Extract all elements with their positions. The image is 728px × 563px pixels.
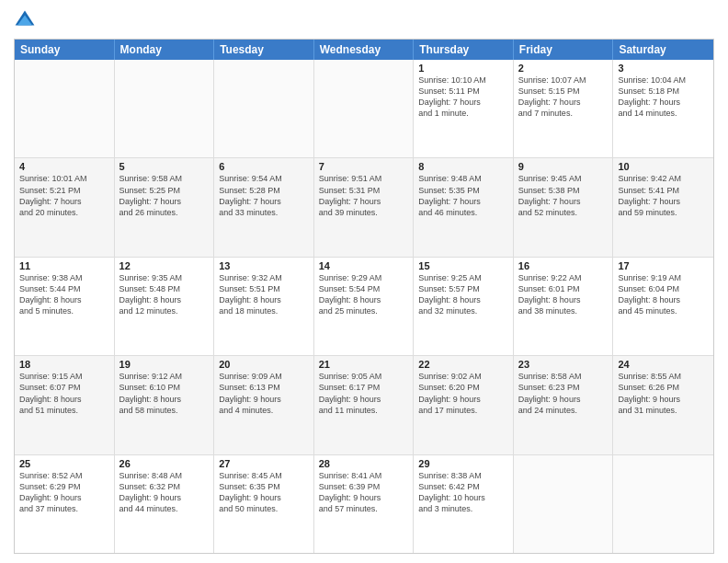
day-cell-21: 21Sunrise: 9:05 AM Sunset: 6:17 PM Dayli… [314, 356, 415, 454]
day-header-wednesday: Wednesday [314, 40, 415, 60]
day-info: Sunrise: 9:19 AM Sunset: 6:04 PM Dayligh… [618, 272, 709, 317]
empty-cell-0-1 [115, 60, 215, 157]
calendar-row-1: 4Sunrise: 10:01 AM Sunset: 5:21 PM Dayli… [15, 158, 713, 257]
day-cell-3: 3Sunrise: 10:04 AM Sunset: 5:18 PM Dayli… [613, 60, 713, 157]
day-number: 15 [418, 260, 508, 271]
day-number: 11 [19, 260, 109, 271]
day-number: 26 [119, 458, 210, 469]
day-cell-22: 22Sunrise: 9:02 AM Sunset: 6:20 PM Dayli… [414, 356, 514, 454]
day-number: 20 [219, 359, 309, 370]
day-info: Sunrise: 9:51 AM Sunset: 5:31 PM Dayligh… [319, 173, 409, 218]
empty-cell-0-3 [314, 60, 415, 157]
day-cell-28: 28Sunrise: 8:41 AM Sunset: 6:39 PM Dayli… [314, 455, 415, 553]
day-cell-24: 24Sunrise: 8:55 AM Sunset: 6:26 PM Dayli… [613, 356, 713, 454]
calendar-body: 1Sunrise: 10:10 AM Sunset: 5:11 PM Dayli… [15, 60, 713, 553]
day-info: Sunrise: 9:48 AM Sunset: 5:35 PM Dayligh… [418, 173, 508, 218]
day-info: Sunrise: 9:32 AM Sunset: 5:51 PM Dayligh… [219, 272, 309, 317]
day-number: 16 [518, 260, 609, 271]
day-header-tuesday: Tuesday [214, 40, 314, 60]
day-number: 8 [418, 161, 508, 172]
day-number: 22 [418, 359, 508, 370]
day-header-thursday: Thursday [414, 40, 514, 60]
day-info: Sunrise: 9:09 AM Sunset: 6:13 PM Dayligh… [219, 371, 309, 416]
day-info: Sunrise: 9:12 AM Sunset: 6:10 PM Dayligh… [119, 371, 210, 416]
day-cell-1: 1Sunrise: 10:10 AM Sunset: 5:11 PM Dayli… [414, 60, 514, 157]
day-number: 23 [518, 359, 609, 370]
day-number: 2 [518, 63, 609, 74]
day-info: Sunrise: 9:58 AM Sunset: 5:25 PM Dayligh… [119, 173, 210, 218]
day-number: 14 [319, 260, 409, 271]
calendar-row-3: 18Sunrise: 9:15 AM Sunset: 6:07 PM Dayli… [15, 356, 713, 454]
day-info: Sunrise: 8:41 AM Sunset: 6:39 PM Dayligh… [319, 470, 409, 515]
empty-cell-0-0 [15, 60, 115, 157]
day-info: Sunrise: 9:35 AM Sunset: 5:48 PM Dayligh… [119, 272, 210, 317]
page: SundayMondayTuesdayWednesdayThursdayFrid… [0, 0, 728, 563]
day-cell-18: 18Sunrise: 9:15 AM Sunset: 6:07 PM Dayli… [15, 356, 115, 454]
header [14, 9, 714, 31]
day-header-friday: Friday [514, 40, 614, 60]
day-cell-12: 12Sunrise: 9:35 AM Sunset: 5:48 PM Dayli… [115, 258, 215, 355]
day-info: Sunrise: 8:48 AM Sunset: 6:32 PM Dayligh… [119, 470, 210, 515]
day-info: Sunrise: 9:15 AM Sunset: 6:07 PM Dayligh… [19, 371, 109, 416]
day-number: 12 [119, 260, 210, 271]
day-info: Sunrise: 9:29 AM Sunset: 5:54 PM Dayligh… [319, 272, 409, 317]
day-info: Sunrise: 9:38 AM Sunset: 5:44 PM Dayligh… [19, 272, 109, 317]
day-number: 1 [418, 63, 508, 74]
day-info: Sunrise: 9:02 AM Sunset: 6:20 PM Dayligh… [418, 371, 508, 416]
day-number: 6 [219, 161, 309, 172]
day-cell-23: 23Sunrise: 8:58 AM Sunset: 6:23 PM Dayli… [514, 356, 614, 454]
day-number: 27 [219, 458, 309, 469]
calendar-header: SundayMondayTuesdayWednesdayThursdayFrid… [15, 40, 713, 60]
day-cell-6: 6Sunrise: 9:54 AM Sunset: 5:28 PM Daylig… [214, 158, 314, 256]
day-info: Sunrise: 8:55 AM Sunset: 6:26 PM Dayligh… [618, 371, 709, 416]
day-number: 18 [19, 359, 109, 370]
day-number: 25 [19, 458, 109, 469]
calendar-row-0: 1Sunrise: 10:10 AM Sunset: 5:11 PM Dayli… [15, 60, 713, 158]
day-number: 4 [19, 161, 109, 172]
day-info: Sunrise: 9:05 AM Sunset: 6:17 PM Dayligh… [319, 371, 409, 416]
day-info: Sunrise: 10:01 AM Sunset: 5:21 PM Daylig… [19, 173, 109, 218]
day-cell-17: 17Sunrise: 9:19 AM Sunset: 6:04 PM Dayli… [613, 258, 713, 355]
day-header-saturday: Saturday [613, 40, 713, 60]
calendar-row-4: 25Sunrise: 8:52 AM Sunset: 6:29 PM Dayli… [15, 455, 713, 553]
day-info: Sunrise: 9:22 AM Sunset: 6:01 PM Dayligh… [518, 272, 609, 317]
day-number: 24 [618, 359, 709, 370]
day-number: 21 [319, 359, 409, 370]
day-number: 5 [119, 161, 210, 172]
calendar-row-2: 11Sunrise: 9:38 AM Sunset: 5:44 PM Dayli… [15, 258, 713, 356]
day-number: 17 [618, 260, 709, 271]
day-info: Sunrise: 8:38 AM Sunset: 6:42 PM Dayligh… [418, 470, 508, 515]
day-cell-9: 9Sunrise: 9:45 AM Sunset: 5:38 PM Daylig… [514, 158, 614, 256]
day-info: Sunrise: 10:10 AM Sunset: 5:11 PM Daylig… [418, 75, 508, 120]
empty-cell-0-2 [214, 60, 314, 157]
day-number: 28 [319, 458, 409, 469]
logo-icon [14, 9, 36, 31]
day-cell-2: 2Sunrise: 10:07 AM Sunset: 5:15 PM Dayli… [514, 60, 614, 157]
day-number: 19 [119, 359, 210, 370]
day-info: Sunrise: 10:07 AM Sunset: 5:15 PM Daylig… [518, 75, 609, 120]
day-cell-7: 7Sunrise: 9:51 AM Sunset: 5:31 PM Daylig… [314, 158, 415, 256]
day-cell-10: 10Sunrise: 9:42 AM Sunset: 5:41 PM Dayli… [613, 158, 713, 256]
day-number: 29 [418, 458, 508, 469]
day-cell-14: 14Sunrise: 9:29 AM Sunset: 5:54 PM Dayli… [314, 258, 415, 355]
day-info: Sunrise: 9:45 AM Sunset: 5:38 PM Dayligh… [518, 173, 609, 218]
day-header-sunday: Sunday [15, 40, 115, 60]
day-info: Sunrise: 8:52 AM Sunset: 6:29 PM Dayligh… [19, 470, 109, 515]
day-cell-11: 11Sunrise: 9:38 AM Sunset: 5:44 PM Dayli… [15, 258, 115, 355]
day-cell-27: 27Sunrise: 8:45 AM Sunset: 6:35 PM Dayli… [214, 455, 314, 553]
day-number: 7 [319, 161, 409, 172]
day-number: 10 [618, 161, 709, 172]
day-info: Sunrise: 9:54 AM Sunset: 5:28 PM Dayligh… [219, 173, 309, 218]
day-cell-4: 4Sunrise: 10:01 AM Sunset: 5:21 PM Dayli… [15, 158, 115, 256]
logo [14, 9, 40, 31]
day-info: Sunrise: 8:58 AM Sunset: 6:23 PM Dayligh… [518, 371, 609, 416]
empty-cell-4-5 [514, 455, 614, 553]
day-cell-5: 5Sunrise: 9:58 AM Sunset: 5:25 PM Daylig… [115, 158, 215, 256]
day-cell-25: 25Sunrise: 8:52 AM Sunset: 6:29 PM Dayli… [15, 455, 115, 553]
day-number: 9 [518, 161, 609, 172]
day-cell-13: 13Sunrise: 9:32 AM Sunset: 5:51 PM Dayli… [214, 258, 314, 355]
day-number: 3 [618, 63, 709, 74]
day-cell-29: 29Sunrise: 8:38 AM Sunset: 6:42 PM Dayli… [414, 455, 514, 553]
day-cell-20: 20Sunrise: 9:09 AM Sunset: 6:13 PM Dayli… [214, 356, 314, 454]
day-number: 13 [219, 260, 309, 271]
